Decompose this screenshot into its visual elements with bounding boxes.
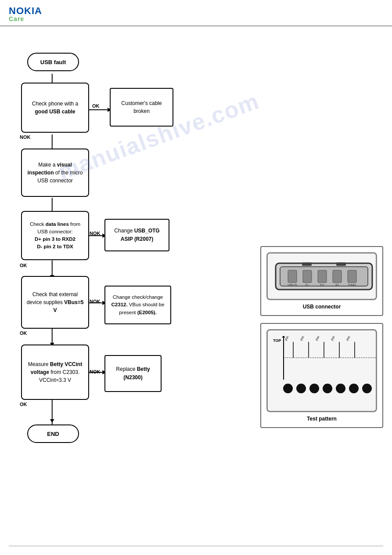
node-end-label: END	[47, 431, 59, 437]
main-content: USB fault OK Check phone with a good USB…	[0, 26, 392, 527]
node-n6: Check that external device supplies VBus…	[21, 276, 89, 329]
svg-text:VBUS: VBUS	[288, 283, 297, 287]
test-pattern-svg: TOP Pin 1 (VBUS) Pin 3 TXD Pin	[271, 336, 377, 406]
svg-point-55	[362, 384, 372, 393]
node-n6-text: Check that external device supplies VBus…	[26, 290, 84, 314]
nokia-logo: NOKIA Care	[9, 6, 383, 22]
node-end: END	[27, 424, 79, 443]
svg-rect-25	[288, 270, 297, 283]
footer-line	[9, 546, 383, 546]
node-n7-text: Change check/change C2312. VBus should b…	[108, 294, 168, 316]
node-n5-text: Change USB_OTG ASIP (R2007)	[108, 227, 166, 243]
node-n1-text: Check phone with a good USB cable	[26, 100, 84, 116]
node-n3-text: Make a visual inspection of the micro US…	[26, 161, 84, 185]
svg-point-52	[323, 384, 332, 393]
node-n3: Make a visual inspection of the micro US…	[21, 149, 89, 197]
label-nok4: NOK	[90, 369, 100, 374]
nokia-title: NOKIA	[9, 6, 383, 16]
label-nok2: NOK	[90, 231, 100, 236]
svg-point-51	[309, 384, 319, 393]
label-ok1: OK	[92, 103, 100, 109]
node-n9-text: Replace Betty (N2300)	[108, 365, 158, 382]
label-ok3: OK	[20, 330, 27, 336]
svg-point-50	[296, 384, 306, 393]
node-n8: Measure Betty VCCint voltage from C2303.…	[21, 345, 89, 400]
node-n2: Customer's cable broken	[110, 88, 173, 127]
svg-text:Pin 6 GND: Pin 6 GND	[330, 336, 339, 341]
usb-connector-panel: VBUS D- D+ ID GND USB connector	[260, 246, 383, 316]
header: NOKIA Care	[0, 0, 392, 26]
svg-text:D-: D-	[306, 283, 309, 287]
svg-rect-24	[336, 262, 346, 266]
node-start-label: USB fault	[40, 59, 66, 65]
usb-connector-title: USB connector	[266, 304, 377, 310]
flowchart-area: USB fault OK Check phone with a good USB…	[9, 35, 252, 519]
svg-rect-27	[318, 270, 327, 283]
test-pattern-diagram: TOP Pin 1 (VBUS) Pin 3 TXD Pin	[266, 329, 377, 412]
svg-text:Pin 5 RXD: Pin 5 RXD	[315, 336, 324, 341]
node-n2-text: Customer's cable broken	[113, 99, 170, 115]
node-n7: Change check/change C2312. VBus should b…	[104, 286, 171, 324]
svg-text:Pin 3 TXD: Pin 3 TXD	[299, 336, 308, 341]
label-ok2: OK	[20, 263, 27, 268]
node-n4: Check data lines from USB connector:D+ p…	[21, 211, 89, 260]
label-ok4: OK	[20, 402, 27, 407]
svg-text:Pin 1 (VBUS): Pin 1 (VBUS)	[284, 336, 295, 341]
svg-point-54	[349, 384, 359, 393]
usb-connector-diagram: VBUS D- D+ ID GND	[266, 252, 377, 300]
node-n9: Replace Betty (N2300)	[104, 355, 162, 392]
node-n5: Change USB_OTG ASIP (R2007)	[104, 219, 169, 251]
test-pattern-title: Test pattern	[266, 416, 377, 422]
node-n8-text: Measure Betty VCCint voltage from C2303.…	[26, 360, 84, 384]
svg-text:D+: D+	[320, 283, 325, 287]
page: NOKIA Care manuialshive.com	[0, 0, 392, 555]
svg-point-49	[283, 384, 293, 393]
node-n1: Check phone with a good USB cable	[21, 83, 89, 133]
care-title: Care	[9, 16, 383, 22]
svg-rect-26	[303, 270, 312, 283]
svg-text:ID: ID	[335, 283, 339, 287]
node-n4-text: Check data lines from USB connector:D+ p…	[26, 221, 84, 251]
svg-text:GND: GND	[348, 283, 356, 287]
svg-rect-23	[302, 262, 312, 266]
svg-marker-19	[50, 419, 54, 423]
svg-text:Pin 7 RXD2: Pin 7 RXD2	[345, 336, 355, 341]
usb-connector-svg: VBUS D- D+ ID GND	[271, 259, 377, 294]
svg-text:TOP: TOP	[273, 338, 281, 343]
node-start: USB fault	[27, 53, 79, 71]
label-nok3: NOK	[90, 299, 100, 304]
test-pattern-panel: TOP Pin 1 (VBUS) Pin 3 TXD Pin	[260, 323, 383, 428]
svg-rect-28	[333, 270, 342, 283]
right-panel: VBUS D- D+ ID GND USB connector TOP	[260, 35, 383, 519]
svg-rect-29	[348, 270, 356, 283]
label-nok1: NOK	[20, 134, 30, 140]
svg-point-53	[336, 384, 345, 393]
